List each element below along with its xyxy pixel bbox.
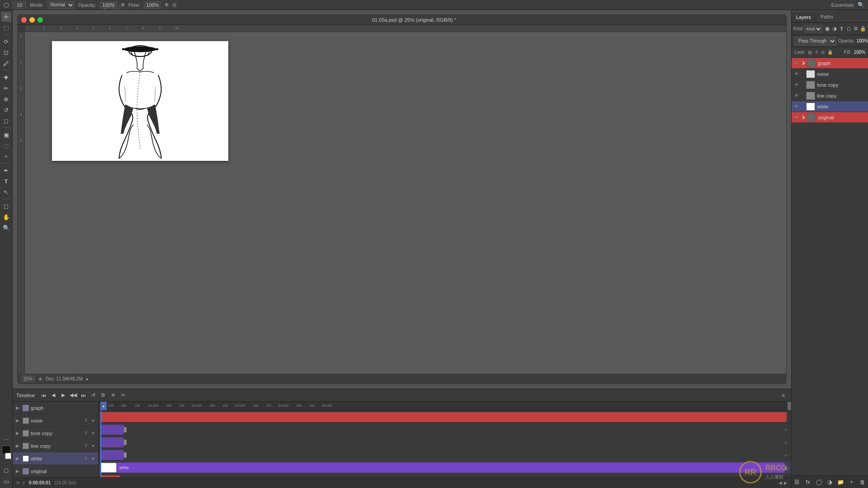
zoom-tool[interactable]: 🔍 — [1, 223, 11, 233]
trim-button[interactable]: ≋ — [109, 391, 117, 399]
scroll-handle-right[interactable] — [788, 402, 791, 411]
visibility-icon[interactable]: 👁 — [793, 103, 800, 110]
minimize-button[interactable] — [29, 17, 35, 23]
move-tool[interactable]: ✛ — [1, 12, 11, 22]
layer-item-linecopy[interactable]: 👁 line copy — [792, 90, 868, 101]
prev-frame-button[interactable]: ◀ — [49, 391, 57, 399]
brush-size[interactable]: 10 — [13, 1, 26, 9]
filter-shape[interactable]: ◻ — [845, 24, 852, 33]
layer-item-graph[interactable]: 👁 graph — [792, 58, 868, 69]
clip-noise[interactable] — [100, 425, 124, 435]
scissors-button[interactable]: ✂ — [119, 391, 127, 399]
clip-linecopy-handle[interactable] — [124, 452, 127, 458]
clip-graph[interactable] — [100, 412, 787, 422]
airbrush-icon[interactable]: ◎ — [172, 2, 177, 8]
lasso-tool[interactable]: ⟳ — [1, 37, 11, 47]
crop-tool[interactable]: ⊡ — [1, 47, 11, 57]
keyframe-button[interactable]: ⧖ — [83, 455, 89, 462]
group-btn[interactable]: 📁 — [836, 478, 845, 487]
background-color[interactable] — [5, 453, 11, 459]
lock-pos-btn[interactable]: ✛ — [815, 50, 818, 55]
filter-pixel[interactable]: ▣ — [824, 24, 830, 33]
tab-layers[interactable]: Layers — [792, 11, 816, 22]
screen-mode[interactable]: ▭ — [1, 476, 11, 486]
last-frame-button[interactable]: ⏭ — [79, 391, 87, 399]
shape-tool[interactable]: ◻ — [1, 201, 11, 211]
keyframe-button[interactable]: ⧖ — [83, 443, 89, 449]
canvas-scroll[interactable] — [25, 32, 786, 374]
clip-white-thumb[interactable] — [100, 463, 117, 473]
play-button[interactable]: ▶ — [59, 391, 67, 399]
tl-layer-noise[interactable]: ▶ noise ⧖ ▼ — [13, 414, 98, 427]
fill-value[interactable]: 100% — [854, 50, 865, 55]
delete-layer-btn[interactable]: 🗑 — [858, 478, 867, 487]
layer-item-original[interactable]: 👁 original — [792, 112, 868, 123]
mask-btn[interactable]: ◯ — [814, 478, 823, 487]
expand-icon[interactable]: ▶ — [14, 430, 21, 436]
lock-icon[interactable]: 🔒 — [860, 24, 866, 33]
pen-tool[interactable]: ✒ — [1, 165, 11, 175]
add-button[interactable]: ▼ — [90, 430, 96, 436]
add-clip-button[interactable]: + — [782, 450, 789, 460]
opacity-value[interactable]: 100% — [100, 1, 117, 9]
track-white[interactable]: white ◧ + — [99, 461, 791, 474]
add-clip-button[interactable]: + — [782, 437, 789, 447]
expand-arrow[interactable] — [801, 115, 805, 119]
time-display[interactable]: 0:00:00:01 — [29, 480, 51, 485]
audio-icon[interactable]: ♬ — [22, 480, 25, 485]
loop-button[interactable]: ↺ — [89, 391, 97, 399]
expand-icon[interactable]: ▶ — [14, 443, 21, 449]
eraser-tool[interactable]: ◻ — [1, 116, 11, 126]
blur-tool[interactable]: ◌ — [1, 141, 11, 150]
layer-style-btn[interactable]: fx — [803, 478, 812, 487]
new-layer-btn[interactable]: + — [847, 478, 856, 487]
expand-icon[interactable]: ▶ — [14, 405, 21, 411]
settings-button[interactable]: ⚙ — [99, 391, 107, 399]
clip-linecopy[interactable] — [100, 450, 124, 460]
flow-pressure-icon[interactable]: ⊕ — [165, 2, 169, 8]
filter-smart[interactable]: ⚙ — [853, 24, 859, 33]
expand-icon[interactable]: ▶ — [14, 455, 21, 462]
loop-icon[interactable]: ⟳ — [16, 480, 20, 485]
tl-layer-graph[interactable]: ▶ graph — [13, 402, 98, 414]
blend-mode-select[interactable]: Pass Through — [794, 37, 836, 46]
lock-art-btn[interactable]: ⊞ — [821, 50, 825, 55]
selection-tool[interactable]: ⬚ — [1, 23, 11, 33]
close-button[interactable] — [21, 17, 27, 23]
visibility-icon[interactable]: 👁 — [793, 60, 800, 66]
healing-tool[interactable]: ✚ — [1, 72, 11, 82]
search-icon[interactable]: 🔍 — [858, 2, 864, 8]
track-linecopy[interactable]: + — [99, 449, 791, 461]
clip-tonecopy[interactable] — [100, 437, 124, 447]
tl-layer-tonecopy[interactable]: ▶ tone copy ⧖ ▼ — [13, 427, 98, 440]
clip-noise-handle[interactable] — [124, 427, 127, 432]
first-frame-button[interactable]: ⏮ — [39, 391, 47, 399]
quick-mask[interactable]: ⬡ — [1, 465, 11, 475]
visibility-icon[interactable]: 👁 — [793, 71, 800, 77]
filter-adjust[interactable]: ◑ — [831, 24, 838, 33]
layer-item-tonecopy[interactable]: 👁 tone copy — [792, 80, 868, 90]
zoom-level[interactable]: 25% — [21, 375, 35, 382]
more-tools[interactable]: ··· — [1, 434, 11, 444]
mode-select[interactable]: Normal Multiply Screen — [47, 1, 75, 9]
nav-arrow[interactable]: ▸ — [86, 376, 89, 381]
maximize-button[interactable] — [38, 17, 43, 23]
track-original[interactable]: + — [99, 474, 791, 477]
adjustment-btn[interactable]: ◑ — [825, 478, 834, 487]
link-layers-btn[interactable]: ⛓ — [793, 478, 802, 487]
filter-type[interactable]: T — [839, 24, 845, 33]
pressure-icon[interactable]: ⊕ — [121, 2, 125, 8]
track-noise[interactable]: + — [99, 423, 791, 436]
add-button[interactable]: ▼ — [90, 418, 96, 424]
zoom-icon[interactable]: ⊕ — [38, 376, 42, 381]
opacity-value[interactable]: 100% — [857, 38, 868, 43]
visibility-icon[interactable]: 👁 — [793, 82, 800, 88]
visibility-icon[interactable]: 👁 — [793, 93, 800, 99]
gradient-tool[interactable]: ▣ — [1, 130, 11, 140]
clip-original[interactable] — [100, 475, 120, 477]
type-tool[interactable]: T — [1, 176, 11, 186]
add-button[interactable]: ▼ — [90, 443, 96, 449]
next-frame-button[interactable]: ◀◀ — [69, 391, 77, 399]
tab-paths[interactable]: Paths — [816, 11, 838, 22]
visibility-icon[interactable]: 👁 — [793, 114, 800, 121]
